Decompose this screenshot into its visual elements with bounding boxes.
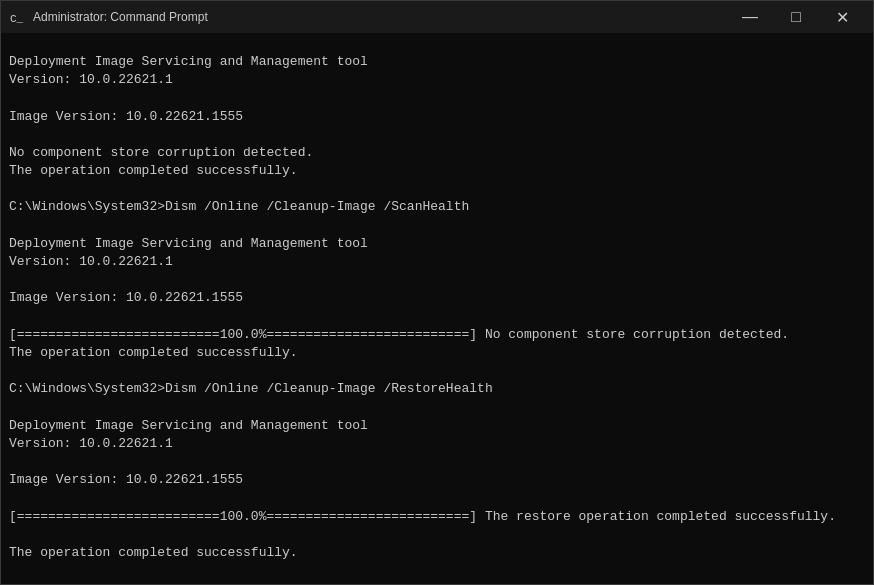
- console-line: Image Version: 10.0.22621.1555: [9, 471, 865, 489]
- console-line: Image Version: 10.0.22621.1555: [9, 289, 865, 307]
- console-line: The operation completed successfully.: [9, 162, 865, 180]
- console-line: Image Version: 10.0.22621.1555: [9, 108, 865, 126]
- minimize-button[interactable]: —: [727, 1, 773, 33]
- console-line: Version: 10.0.22621.1: [9, 71, 865, 89]
- console-line: [==========================100.0%=======…: [9, 508, 865, 526]
- console-line: The operation completed successfully.: [9, 544, 865, 562]
- svg-text:C_: C_: [10, 13, 24, 25]
- cmd-icon: C_: [9, 9, 25, 25]
- console-line: Version: 10.0.22621.1: [9, 435, 865, 453]
- console-line: [==========================100.0%=======…: [9, 326, 865, 344]
- title-bar: C_ Administrator: Command Prompt — □ ✕: [1, 1, 873, 33]
- console-line: Deployment Image Servicing and Managemen…: [9, 235, 865, 253]
- console-line: No component store corruption detected.: [9, 144, 865, 162]
- console-line: Deployment Image Servicing and Managemen…: [9, 417, 865, 435]
- window-title: Administrator: Command Prompt: [33, 10, 727, 24]
- console-line: Deployment Image Servicing and Managemen…: [9, 53, 865, 71]
- console-line: C:\Windows\System32>Dism /Online /Cleanu…: [9, 198, 865, 216]
- cmd-window: C_ Administrator: Command Prompt — □ ✕ M…: [0, 0, 874, 585]
- close-button[interactable]: ✕: [819, 1, 865, 33]
- console-line: C:\Windows\System32>Dism /Online /Cleanu…: [9, 380, 865, 398]
- window-controls: — □ ✕: [727, 1, 865, 33]
- console-line: The operation completed successfully.: [9, 344, 865, 362]
- console-output[interactable]: Microsoft Windows [Version 10.0.22621.15…: [1, 33, 873, 584]
- console-line: Version: 10.0.22621.1: [9, 253, 865, 271]
- maximize-button[interactable]: □: [773, 1, 819, 33]
